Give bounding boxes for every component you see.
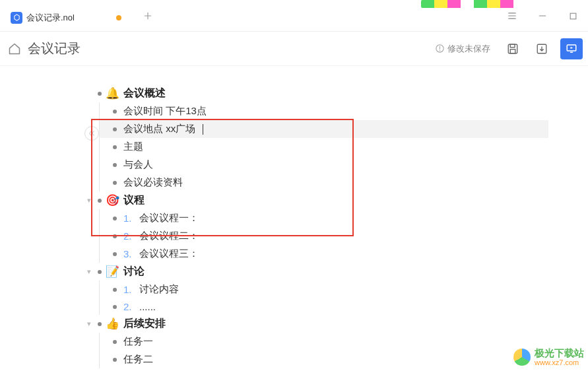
app-icon [11,12,22,24]
target-icon: 🎯 [106,195,119,206]
export-button[interactable] [531,38,552,59]
item-text: ...... [139,301,156,312]
tab-bar: 会议记录.nol [0,0,588,32]
header: 会议记录 修改未保存 [0,32,588,66]
section-title: 讨论 [123,265,145,279]
section-title: 会议概述 [123,86,166,100]
section-header[interactable]: ▾ 🔔 会议概述 [84,84,588,102]
document-title[interactable]: 会议记录 [28,40,81,57]
section-title: 后续安排 [123,317,166,331]
unsaved-indicator-icon [116,15,121,20]
bullet-icon [113,288,117,292]
list-item[interactable]: 会议必读资料 [100,174,588,191]
list-item[interactable]: 主题 [100,138,588,156]
list-item[interactable]: 会议地点 xx广场 [100,120,588,138]
item-number: 1. [123,284,133,295]
menu-button[interactable] [497,0,527,32]
section-discussion: ▾ 📝 讨论 1. 讨论内容 2. ...... [84,263,588,315]
present-button[interactable] [560,38,583,59]
bullet-icon [113,181,117,185]
item-text: 讨论内容 [139,283,179,296]
watermark-name: 极光下载站 [535,348,584,359]
list-item[interactable]: 2. 会议议程二： [100,227,588,245]
item-text: 任务一 [123,335,153,348]
item-text: 会议必读资料 [123,176,183,189]
tab-title: 会议记录.nol [26,12,75,24]
item-number: 1. [123,213,133,224]
chevron-down-icon[interactable]: ▾ [84,320,94,329]
section-header[interactable]: ▾ 🎯 议程 [84,191,588,209]
save-button[interactable] [502,38,523,59]
bullet-icon [113,217,117,220]
list-item[interactable]: 1. 会议议程一： [100,209,588,227]
list-item[interactable]: 3. 会议议程三： [100,245,588,263]
section-title: 议程 [123,193,145,207]
item-text: 主题 [123,141,143,153]
bullet-icon [113,145,117,149]
section-children: 1. 讨论内容 2. ...... [99,281,588,315]
bullet-icon [98,322,102,326]
bullet-icon [113,163,117,167]
item-number: 2. [123,301,133,312]
watermark: 极光下载站 www.xz7.com [512,347,584,367]
save-status: 修改未保存 [431,40,494,57]
item-text: 与会人 [123,158,153,171]
bullet-icon [113,234,117,238]
svg-rect-2 [508,44,517,53]
tab-active[interactable]: 会议记录.nol [3,6,128,30]
section-children: 1. 会议议程一： 2. 会议议程二： 3. 会议议程三： [99,209,588,263]
bullet-icon [98,92,102,96]
collapse-handle-icon[interactable] [84,126,99,141]
bell-icon: 🔔 [106,88,119,99]
text-cursor [203,124,203,135]
section-header[interactable]: ▾ 📝 讨论 [84,263,588,281]
bullet-icon [113,340,117,344]
item-text: 会议议程三： [139,248,199,260]
chevron-down-icon[interactable]: ▾ [84,196,94,205]
window-controls [497,0,588,32]
list-item[interactable]: 1. 讨论内容 [100,281,588,298]
section-children: 会议时间 下午13点 会议地点 xx广场 主题 与会人 会议必读资料 [99,102,588,191]
item-number: 3. [123,248,133,259]
maximize-button[interactable] [558,0,588,32]
bullet-icon [98,270,102,274]
svg-rect-3 [510,44,515,48]
item-text: 会议议程一： [139,212,199,224]
bullet-icon [113,252,117,256]
section-header[interactable]: ▾ 👍 后续安排 [84,315,588,333]
header-actions: 修改未保存 [431,38,583,59]
watermark-logo-icon [512,347,532,367]
watermark-url: www.xz7.com [535,358,584,366]
home-button[interactable] [5,40,24,58]
item-text: 任务二 [123,353,153,366]
section-overview: ▾ 🔔 会议概述 会议时间 下午13点 会议地点 xx广场 主题 [84,84,588,191]
svg-rect-4 [510,49,515,53]
item-text: 会议议程二： [139,230,199,242]
chevron-down-icon[interactable]: ▾ [84,267,94,277]
list-item[interactable]: 与会人 [100,156,588,174]
minimize-button[interactable] [527,0,558,32]
list-item[interactable]: 2. ...... [100,298,588,315]
memo-icon: 📝 [106,266,119,277]
item-text: 会议时间 下午13点 [123,105,207,118]
list-item[interactable]: 会议时间 下午13点 [100,102,588,120]
save-status-text: 修改未保存 [447,43,490,55]
info-icon [435,44,445,53]
bullet-icon [98,199,102,203]
outline-root: ▾ 🔔 会议概述 会议时间 下午13点 会议地点 xx广场 主题 [84,66,588,368]
bullet-icon [113,358,117,362]
bullet-icon [113,127,117,131]
document-body[interactable]: ▾ 🔔 会议概述 会议时间 下午13点 会议地点 xx广场 主题 [0,66,588,371]
section-agenda: ▾ 🎯 议程 1. 会议议程一： 2. 会议议程二： 3. [84,191,588,263]
bullet-icon [113,305,117,309]
item-text: 会议地点 xx广场 [123,123,195,135]
svg-rect-0 [570,13,576,19]
new-tab-button[interactable] [139,7,157,25]
thumbsup-icon: 👍 [106,318,119,329]
item-number: 2. [123,230,133,242]
bullet-icon [113,110,117,114]
